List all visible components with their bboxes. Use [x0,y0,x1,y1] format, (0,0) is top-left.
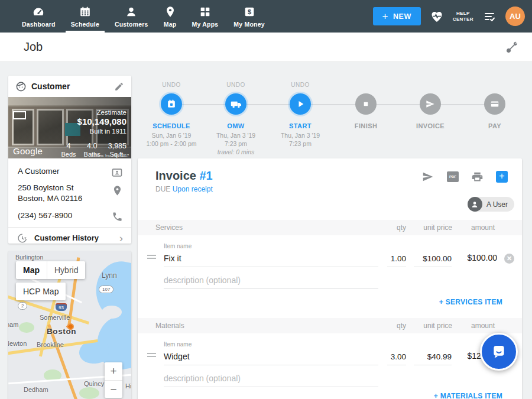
qty-column-header: qty [397,223,406,232]
location-pin-icon[interactable] [112,185,123,196]
user-avatar[interactable]: AU [505,7,525,26]
qty-input[interactable]: 1.00 [391,254,406,263]
health-heart-icon[interactable] [430,9,444,24]
description-input[interactable]: description (optional) [164,374,241,383]
schedule-step-button[interactable] [161,93,182,115]
customer-phone-row: (234) 567-8900 [8,211,131,220]
section-name: Services [155,223,522,232]
invoice-due: DUE Upon receipt [155,185,213,193]
stat-beds: 4 Beds [61,142,76,158]
job-tools-icon[interactable] [505,40,519,54]
send-icon[interactable] [421,170,434,183]
qty-input[interactable]: 3.00 [391,352,406,361]
print-icon[interactable] [471,171,484,183]
help-center-line1: HELP [456,11,470,17]
material-description-row: description (optional) [138,366,522,388]
undo-link[interactable]: UNDO [136,82,207,90]
zestimate-label: Zestimate [77,109,126,116]
unit-price-input[interactable]: $100.00 [423,254,452,263]
play-icon [294,98,306,110]
drag-handle-icon[interactable] [147,351,156,357]
map-zoom-control: + − [105,362,122,398]
chat-bubble-button[interactable] [480,333,518,371]
invoice-title: Invoice #1 [155,169,213,183]
beds-label: Beds [61,151,76,158]
unit-price-column-header: unit price [423,223,452,232]
item-name-label: Item name [164,341,192,348]
add-material-row: + MATERIALS ITEM [138,388,522,399]
section-name: Materials [155,322,522,330]
edit-pencil-icon[interactable] [114,82,124,92]
pdf-icon[interactable]: PDF [447,171,459,182]
route-2-shield: 2 [18,302,27,310]
pay-step-button[interactable] [484,93,505,115]
amount-value: $100.00 [467,253,497,262]
map-type-map-button[interactable]: Map [16,261,47,279]
contact-card-icon[interactable] [111,167,123,179]
invoice-header: Invoice #1 DUE Upon receipt PDF + [138,158,522,220]
invoice-step-label: INVOICE [395,122,466,129]
map-label-hingham: Hi [125,382,131,390]
unit-price-input[interactable]: $40.99 [427,352,452,361]
unit-price-column-header: unit price [423,322,452,330]
omw-step-button[interactable] [225,93,246,115]
nav-schedule[interactable]: Schedule [63,0,107,33]
map-park [19,322,34,333]
page-title: Job [24,40,43,54]
nav-my-apps[interactable]: My Apps [184,0,226,33]
input-underline [414,267,452,267]
calendar-icon [166,98,177,110]
tasks-list-icon[interactable] [482,9,497,24]
nav-right-cluster: + NEW HELP CENTER AU [373,0,525,33]
add-invoice-button[interactable]: + [496,171,508,183]
add-services-item-link[interactable]: + SERVICES ITEM [439,298,502,306]
assignee-avatar-icon [468,197,482,212]
item-name-input[interactable]: Fix it [164,254,181,263]
schedule-step-label: SCHEDULE [136,122,207,129]
zoom-out-button[interactable]: − [105,380,122,398]
route-93-shield: 93 [56,304,67,311]
schedule-step-date: Sun, Jan 6 '19 1:00 pm - 2:00 pm [136,131,207,148]
route-107-shield: 107 [99,286,113,293]
built-year: Built in 1911 [77,128,126,135]
remove-item-icon[interactable]: ✕ [504,254,514,264]
description-input[interactable]: description (optional) [164,275,241,285]
zoom-in-button[interactable]: + [105,362,122,380]
amount-column-header: amount [471,322,495,330]
item-name-input[interactable]: Widget [164,352,190,361]
nav-schedule-label: Schedule [71,21,99,28]
input-underline [387,365,406,365]
google-watermark: Google [13,146,43,156]
customer-history-row[interactable]: Customer History › [8,228,131,248]
add-materials-item-link[interactable]: + MATERIALS ITEM [434,392,502,399]
nav-my-money[interactable]: $ My Money [226,0,272,33]
customer-name-row: A Customer [8,167,131,176]
nav-my-apps-label: My Apps [192,21,219,28]
service-item-row: Item name Fix it 1.00 $100.00 $100.00 ✕ [138,235,522,268]
due-value-link[interactable]: Upon receipt [173,185,213,193]
finish-step-button[interactable] [355,93,377,115]
zestimate-block: Zestimate $10,149,080 Built in 1911 [77,109,126,135]
hcp-map-button[interactable]: HCP Map [16,283,66,300]
invoice-step-button[interactable] [420,93,441,115]
start-step-label: START [265,122,336,129]
invoice-card: Invoice #1 DUE Upon receipt PDF + [138,158,522,399]
credit-card-icon [489,98,501,110]
invoice-number[interactable]: #1 [199,169,212,182]
help-center-link[interactable]: HELP CENTER [453,11,473,22]
nav-customers[interactable]: Customers [107,0,156,33]
drag-handle-icon[interactable] [147,253,156,259]
assignee-chip[interactable]: A User [468,197,514,212]
nav-dashboard[interactable]: Dashboard [14,0,63,33]
nav-map[interactable]: Map [156,0,184,33]
nav-dashboard-label: Dashboard [22,21,56,28]
map-type-hybrid-button[interactable]: Hybrid [47,261,85,279]
undo-spacer [330,82,401,90]
new-button[interactable]: + NEW [373,7,421,25]
item-name-label: Item name [164,243,192,249]
phone-icon[interactable] [112,211,123,222]
qty-column-header: qty [397,322,406,330]
start-step-button[interactable] [290,93,311,115]
undo-link[interactable]: UNDO [200,82,271,90]
undo-link[interactable]: UNDO [265,82,336,90]
